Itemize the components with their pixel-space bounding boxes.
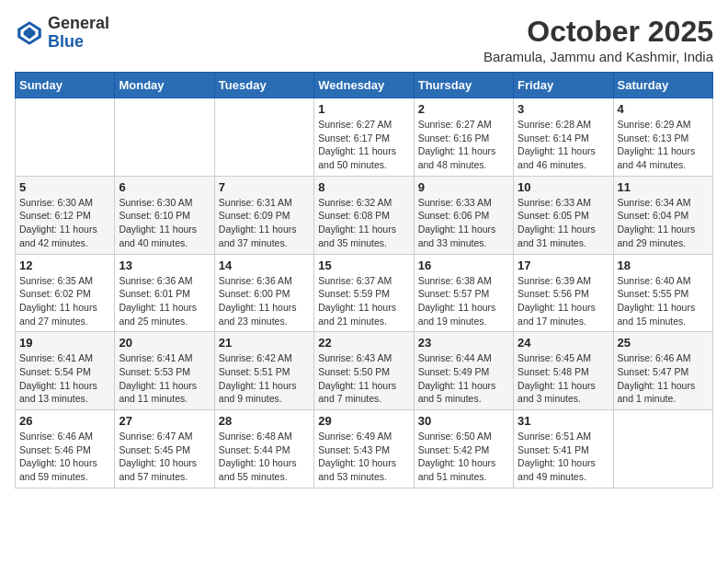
calendar-cell: 17Sunrise: 6:39 AM Sunset: 5:56 PM Dayli… [514,254,613,332]
calendar-cell: 3Sunrise: 6:28 AM Sunset: 6:14 PM Daylig… [514,98,613,177]
calendar-cell: 21Sunrise: 6:42 AM Sunset: 5:51 PM Dayli… [214,332,313,410]
calendar-cell [115,98,214,177]
day-info: Sunrise: 6:27 AM Sunset: 6:17 PM Dayligh… [318,118,409,172]
month-title: October 2025 [483,15,713,49]
logo-icon [15,18,44,48]
day-number: 31 [518,414,609,428]
weekday-header: Saturday [613,73,712,98]
calendar-cell: 19Sunrise: 6:41 AM Sunset: 5:54 PM Dayli… [16,332,115,410]
calendar-cell: 4Sunrise: 6:29 AM Sunset: 6:13 PM Daylig… [613,98,712,177]
calendar-cell [16,98,115,177]
calendar-cell: 2Sunrise: 6:27 AM Sunset: 6:16 PM Daylig… [414,98,513,177]
day-info: Sunrise: 6:47 AM Sunset: 5:45 PM Dayligh… [119,430,210,484]
day-number: 11 [618,180,709,194]
day-number: 22 [318,336,409,350]
day-info: Sunrise: 6:40 AM Sunset: 5:55 PM Dayligh… [618,274,709,328]
day-number: 8 [318,180,409,194]
day-number: 19 [19,336,110,350]
day-info: Sunrise: 6:36 AM Sunset: 6:00 PM Dayligh… [219,274,310,328]
day-number: 14 [219,259,310,272]
day-info: Sunrise: 6:42 AM Sunset: 5:51 PM Dayligh… [219,351,310,406]
day-number: 25 [618,336,709,350]
day-number: 3 [518,102,609,116]
calendar-cell: 16Sunrise: 6:38 AM Sunset: 5:57 PM Dayli… [414,254,513,332]
calendar-cell: 31Sunrise: 6:51 AM Sunset: 5:41 PM Dayli… [514,410,613,488]
day-info: Sunrise: 6:48 AM Sunset: 5:44 PM Dayligh… [219,430,310,484]
day-number: 16 [418,259,509,272]
day-number: 29 [318,414,409,428]
calendar-week-row: 26Sunrise: 6:46 AM Sunset: 5:46 PM Dayli… [16,410,713,488]
weekday-header: Monday [115,73,214,98]
page-header: General Blue October 2025 Baramula, Jamm… [15,15,713,64]
day-info: Sunrise: 6:41 AM Sunset: 5:54 PM Dayligh… [19,351,110,406]
weekday-header: Tuesday [214,73,313,98]
day-number: 2 [418,102,509,116]
day-number: 9 [418,180,509,194]
day-info: Sunrise: 6:30 AM Sunset: 6:10 PM Dayligh… [119,196,210,250]
calendar-cell [613,410,712,488]
calendar-cell: 28Sunrise: 6:48 AM Sunset: 5:44 PM Dayli… [214,410,313,488]
calendar-week-row: 1Sunrise: 6:27 AM Sunset: 6:17 PM Daylig… [16,98,713,177]
calendar-cell: 18Sunrise: 6:40 AM Sunset: 5:55 PM Dayli… [613,254,712,332]
day-info: Sunrise: 6:33 AM Sunset: 6:06 PM Dayligh… [418,196,509,250]
day-number: 24 [518,336,609,350]
day-info: Sunrise: 6:46 AM Sunset: 5:47 PM Dayligh… [618,351,709,406]
day-info: Sunrise: 6:45 AM Sunset: 5:48 PM Dayligh… [518,351,609,406]
calendar-cell: 22Sunrise: 6:43 AM Sunset: 5:50 PM Dayli… [314,332,414,410]
day-number: 17 [518,259,609,272]
weekday-header-row: SundayMondayTuesdayWednesdayThursdayFrid… [16,73,713,98]
day-number: 26 [19,414,110,428]
logo-text: General Blue [48,15,109,52]
calendar-cell: 5Sunrise: 6:30 AM Sunset: 6:12 PM Daylig… [16,176,115,254]
weekday-header: Friday [514,73,613,98]
day-number: 12 [19,259,110,272]
day-number: 10 [518,180,609,194]
calendar-cell: 6Sunrise: 6:30 AM Sunset: 6:10 PM Daylig… [115,176,214,254]
day-info: Sunrise: 6:43 AM Sunset: 5:50 PM Dayligh… [318,351,409,406]
day-info: Sunrise: 6:32 AM Sunset: 6:08 PM Dayligh… [318,196,409,250]
calendar-cell: 20Sunrise: 6:41 AM Sunset: 5:53 PM Dayli… [115,332,214,410]
day-info: Sunrise: 6:29 AM Sunset: 6:13 PM Dayligh… [618,118,709,172]
day-number: 1 [318,102,409,116]
calendar-cell: 9Sunrise: 6:33 AM Sunset: 6:06 PM Daylig… [414,176,513,254]
calendar-week-row: 5Sunrise: 6:30 AM Sunset: 6:12 PM Daylig… [16,176,713,254]
day-number: 18 [618,259,709,272]
day-number: 6 [119,180,210,194]
day-number: 7 [219,180,310,194]
calendar-cell: 27Sunrise: 6:47 AM Sunset: 5:45 PM Dayli… [115,410,214,488]
day-info: Sunrise: 6:37 AM Sunset: 5:59 PM Dayligh… [318,274,409,328]
day-info: Sunrise: 6:27 AM Sunset: 6:16 PM Dayligh… [418,118,509,172]
day-number: 30 [418,414,509,428]
day-number: 4 [618,102,709,116]
day-info: Sunrise: 6:35 AM Sunset: 6:02 PM Dayligh… [19,274,110,328]
calendar-cell: 23Sunrise: 6:44 AM Sunset: 5:49 PM Dayli… [414,332,513,410]
day-info: Sunrise: 6:50 AM Sunset: 5:42 PM Dayligh… [418,430,509,484]
day-number: 15 [318,259,409,272]
day-number: 28 [219,414,310,428]
calendar-cell [214,98,313,177]
calendar-cell: 7Sunrise: 6:31 AM Sunset: 6:09 PM Daylig… [214,176,313,254]
calendar-cell: 29Sunrise: 6:49 AM Sunset: 5:43 PM Dayli… [314,410,414,488]
weekday-header: Sunday [16,73,115,98]
day-info: Sunrise: 6:44 AM Sunset: 5:49 PM Dayligh… [418,351,509,406]
day-info: Sunrise: 6:34 AM Sunset: 6:04 PM Dayligh… [618,196,709,250]
day-number: 23 [418,336,509,350]
day-info: Sunrise: 6:49 AM Sunset: 5:43 PM Dayligh… [318,430,409,484]
title-block: October 2025 Baramula, Jammu and Kashmir… [483,15,713,64]
day-info: Sunrise: 6:46 AM Sunset: 5:46 PM Dayligh… [19,430,110,484]
calendar-cell: 8Sunrise: 6:32 AM Sunset: 6:08 PM Daylig… [314,176,414,254]
calendar-cell: 15Sunrise: 6:37 AM Sunset: 5:59 PM Dayli… [314,254,414,332]
calendar-cell: 30Sunrise: 6:50 AM Sunset: 5:42 PM Dayli… [414,410,513,488]
day-number: 20 [119,336,210,350]
day-info: Sunrise: 6:36 AM Sunset: 6:01 PM Dayligh… [119,274,210,328]
day-info: Sunrise: 6:28 AM Sunset: 6:14 PM Dayligh… [518,118,609,172]
location-subtitle: Baramula, Jammu and Kashmir, India [483,49,713,64]
logo: General Blue [15,15,109,52]
day-info: Sunrise: 6:39 AM Sunset: 5:56 PM Dayligh… [518,274,609,328]
calendar-cell: 14Sunrise: 6:36 AM Sunset: 6:00 PM Dayli… [214,254,313,332]
calendar-cell: 13Sunrise: 6:36 AM Sunset: 6:01 PM Dayli… [115,254,214,332]
calendar-cell: 12Sunrise: 6:35 AM Sunset: 6:02 PM Dayli… [16,254,115,332]
calendar-week-row: 19Sunrise: 6:41 AM Sunset: 5:54 PM Dayli… [16,332,713,410]
day-number: 13 [119,259,210,272]
calendar-cell: 10Sunrise: 6:33 AM Sunset: 6:05 PM Dayli… [514,176,613,254]
